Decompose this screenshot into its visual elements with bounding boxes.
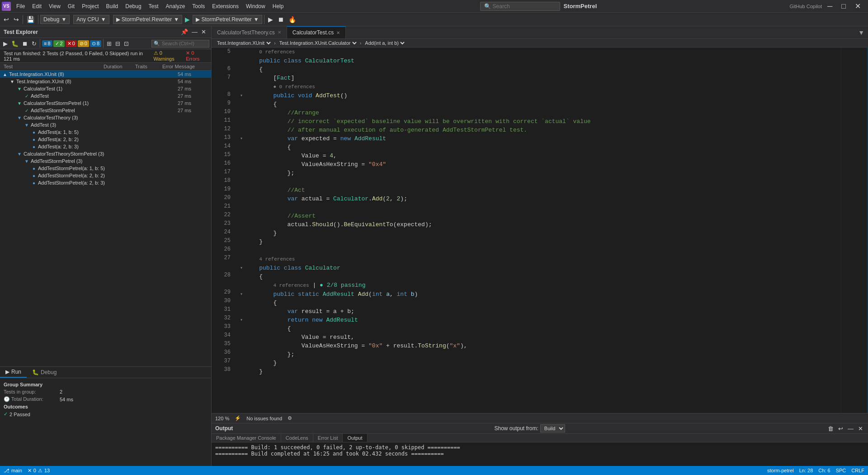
refresh-tests-btn[interactable]: ↻ (30, 40, 38, 48)
test-list-item[interactable]: ▼AddTest (3) (0, 121, 211, 128)
menu-tools[interactable]: Tools (189, 1, 208, 11)
output-source-dropdown[interactable]: Build (540, 424, 565, 432)
output-clear-btn[interactable]: 🗑 (826, 425, 835, 432)
toolbar-debug-run-btn[interactable]: ▶ (266, 15, 275, 24)
fold-button[interactable]: ▾ (238, 134, 245, 143)
test-list-item[interactable]: ●AddTest(a: 2, b: 3) (0, 143, 211, 150)
code-line: { (238, 299, 837, 307)
test-toolbar: ▶ 🐛 ⏹ ↻ ≡ 8 ✓ 2 ✕ 0 ⊘ 0 ⊙ 8 ⊞ ⊟ ⊡ (0, 38, 211, 49)
group-tests-btn[interactable]: ⊞ (105, 40, 113, 48)
search-input[interactable] (493, 3, 556, 10)
test-list-item[interactable]: ●AddTestStormPetrel(a: 2, b: 2) (0, 172, 211, 179)
test-list-item[interactable]: ▼CalculatorTestTheory (3) (0, 114, 211, 121)
line-number: 18 (215, 176, 231, 185)
rewriter1-dropdown[interactable]: ▶ StormPetrel.Rewriter ▼ (113, 15, 183, 24)
platform-dropdown[interactable]: Any CPU ▼ (73, 15, 109, 24)
menu-view[interactable]: View (45, 1, 64, 11)
test-list-item[interactable]: ✓AddTestStormPetrel27 ms (0, 107, 211, 114)
test-list-item[interactable]: ▼AddTestStormPetrel (3) (0, 157, 211, 165)
class-breadcrumb[interactable]: Test.Integration.XUnit.Calculator (278, 40, 358, 46)
te-collapse-btn[interactable]: — (190, 28, 199, 36)
code-content[interactable]: 0 references public class CalculatorTest… (234, 48, 841, 413)
fold-button[interactable]: ▾ (238, 316, 245, 324)
test-list-item[interactable]: ▼Test.Integration.XUnit (8)54 ms (0, 78, 211, 85)
sort-tests-btn[interactable]: ⊡ (123, 40, 130, 48)
menu-window[interactable]: Window (242, 1, 269, 11)
tab-calculatortest[interactable]: CalculatorTest.cs ✕ (287, 26, 346, 38)
test-list-item[interactable]: ▼CalculatorTestTheoryStormPetrel (3) (0, 150, 211, 157)
search-box[interactable]: 🔍 (480, 2, 560, 11)
traits-col-header[interactable]: Traits (135, 64, 162, 69)
toolbar-undo-btn[interactable]: ↩ (2, 15, 11, 24)
test-list-item[interactable]: ▲Test.Integration.XUnit (8)54 ms (0, 71, 211, 78)
toolbar-save-btn[interactable]: 💾 (25, 15, 36, 24)
test-list-item[interactable]: ▼CalculatorTestStormPetrel (1)27 ms (0, 100, 211, 107)
toolbar-stop-btn[interactable]: ⏹ (276, 15, 286, 24)
tab-codelens[interactable]: CodeLens (281, 434, 313, 442)
test-item-name: Test.Integration.XUnit (8) (9, 71, 178, 77)
stop-tests-btn[interactable]: ⏹ (21, 40, 29, 48)
tab-output[interactable]: Output (343, 434, 367, 442)
namespace-breadcrumb[interactable]: Test.Integration.XUnit (215, 40, 272, 46)
menu-analyze[interactable]: Analyze (162, 1, 189, 11)
code-text: 4 references (245, 255, 295, 264)
debug-all-tests-btn[interactable]: 🐛 (10, 40, 20, 48)
te-close-btn[interactable]: ✕ (200, 28, 208, 36)
error-count-item[interactable]: ✕ 0 ⚠ 13 (28, 468, 50, 474)
menu-build[interactable]: Build (103, 1, 122, 11)
fold-button[interactable]: ▾ (238, 290, 245, 299)
ch-item[interactable]: Ch: 6 (818, 468, 830, 473)
debug-mode-dropdown[interactable]: Debug ▼ (40, 15, 70, 24)
code-text: } (245, 359, 277, 367)
encoding-item[interactable]: SPC (836, 468, 846, 473)
maximize-button[interactable]: □ (838, 0, 849, 12)
pin-button[interactable]: 📌 (179, 28, 189, 36)
tab-error-list[interactable]: Error List (313, 434, 343, 442)
close-button[interactable]: ✕ (851, 0, 864, 12)
menu-extensions[interactable]: Extensions (208, 1, 242, 11)
output-close-btn[interactable]: ✕ (857, 425, 864, 432)
minimize-button[interactable]: ─ (824, 0, 836, 12)
ln-item[interactable]: Ln: 28 (799, 468, 813, 473)
test-col-header[interactable]: Test (4, 64, 104, 69)
member-breadcrumb[interactable]: Add(int a, int b) (363, 40, 406, 46)
rewriter2-dropdown[interactable]: ▶ StormPetrel.Rewriter ▼ (193, 15, 262, 24)
tab-package-manager[interactable]: Package Manager Console (212, 434, 281, 442)
menu-debug[interactable]: Debug (122, 1, 145, 11)
toolbar-run-btn[interactable]: ▶ (183, 15, 192, 24)
output-collapse-btn[interactable]: — (846, 425, 855, 432)
tab-calculatortest-close[interactable]: ✕ (336, 30, 340, 35)
menu-git[interactable]: Git (64, 1, 78, 11)
test-search-input[interactable] (162, 41, 207, 46)
output-wrap-btn[interactable]: ↩ (837, 425, 844, 432)
line-number: 7 (215, 73, 231, 82)
code-text: }; (245, 350, 294, 359)
test-list-item[interactable]: ●AddTestStormPetrel(a: 2, b: 3) (0, 179, 211, 186)
run-tab[interactable]: ▶ Run (0, 367, 27, 378)
menu-help[interactable]: Help (269, 1, 288, 11)
git-branch-item[interactable]: ⎇ main (4, 468, 22, 474)
tab-calculatortesttheory[interactable]: CalculatorTestTheory.cs ✕ (212, 26, 287, 38)
debug-tab[interactable]: 🐛 Debug (27, 367, 62, 378)
tab-list-btn[interactable]: ▼ (858, 29, 864, 36)
test-list-item[interactable]: ●AddTest(a: 2, b: 2) (0, 136, 211, 143)
test-list-item[interactable]: ●AddTestStormPetrel(a: 1, b: 5) (0, 165, 211, 172)
filter-tests-btn[interactable]: ⊟ (114, 40, 122, 48)
run-all-tests-btn[interactable]: ▶ (2, 40, 9, 48)
toolbar-redo-btn[interactable]: ↪ (12, 15, 21, 24)
menu-file[interactable]: File (13, 1, 28, 11)
line-ending-item[interactable]: CRLF (851, 468, 864, 473)
total-duration-label: 🕐 Total Duration: (4, 396, 58, 402)
duration-col-header[interactable]: Duration (104, 64, 135, 69)
fold-button[interactable]: ▾ (238, 264, 245, 272)
menu-test[interactable]: Test (145, 1, 162, 11)
tab-calculatortesttheory-close[interactable]: ✕ (278, 30, 281, 35)
test-list-item[interactable]: ●AddTest(a: 1, b: 5) (0, 128, 211, 136)
menu-project[interactable]: Project (78, 1, 102, 11)
toolbar-hot-reload-btn[interactable]: 🔥 (287, 15, 298, 24)
menu-edit[interactable]: Edit (28, 1, 45, 11)
test-list-item[interactable]: ✓AddTest27 ms (0, 92, 211, 100)
error-col-header[interactable]: Error Message (162, 64, 208, 69)
test-list-item[interactable]: ▼CalculatorTest (1)27 ms (0, 85, 211, 92)
fold-button[interactable]: ▾ (238, 91, 245, 100)
